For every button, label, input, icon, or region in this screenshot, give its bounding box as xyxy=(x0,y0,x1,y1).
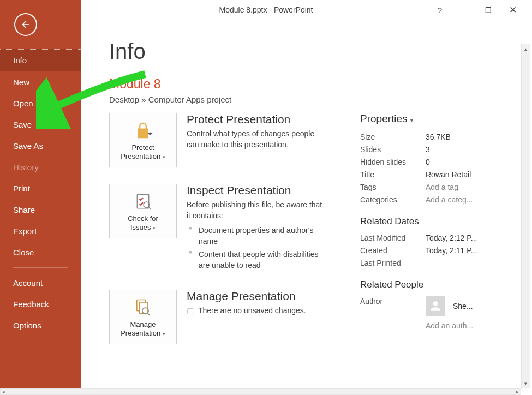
inspect-bullet: Content that people with disabilities ar… xyxy=(187,249,327,271)
svg-rect-0 xyxy=(137,194,148,208)
checklist-icon xyxy=(132,190,154,212)
protect-presentation-button[interactable]: ProtectPresentation ▾ xyxy=(109,113,177,167)
prop-value[interactable]: Add a categ... xyxy=(426,195,473,204)
close-window-button[interactable]: ✕ xyxy=(509,4,517,16)
inspect-section: Check forIssues ▾ Inspect Presentation B… xyxy=(109,184,327,273)
nav-label: Save xyxy=(13,120,32,129)
nav-label: Close xyxy=(13,248,34,257)
prop-label: Last Modified xyxy=(360,234,426,242)
prop-label: Tags xyxy=(360,183,426,191)
nav-label: Export xyxy=(13,226,37,236)
related-dates-heading: Related Dates xyxy=(360,216,486,227)
nav-item-history: History xyxy=(0,157,81,178)
nav-label: Info xyxy=(13,56,27,65)
nav-label: Share xyxy=(13,205,35,214)
inspect-bullets: Document properties and author's name Co… xyxy=(187,225,327,271)
prop-label: Title xyxy=(360,170,426,179)
back-arrow-icon xyxy=(20,19,31,30)
inspect-bullet: Document properties and author's name xyxy=(187,225,327,247)
nav-item-options[interactable]: Options xyxy=(0,315,81,336)
scroll-right-button[interactable]: ▸ xyxy=(516,389,519,394)
scroll-left-button[interactable]: ◂ xyxy=(2,389,5,394)
chevron-down-icon: ▾ xyxy=(163,331,165,337)
prop-row: Size36.7KB xyxy=(360,133,486,141)
author-name: She... xyxy=(453,302,473,310)
nav-item-close[interactable]: Close xyxy=(0,242,81,263)
prop-value[interactable]: Rowan Retail xyxy=(426,170,471,179)
inspect-desc: Before publishing this file, be aware th… xyxy=(187,199,327,222)
nav-item-new[interactable]: New xyxy=(0,71,81,93)
check-for-issues-button[interactable]: Check forIssues ▾ xyxy=(109,184,177,238)
nav-item-print[interactable]: Print xyxy=(0,178,81,199)
prop-row: Last Printed xyxy=(360,259,486,267)
btn-text: Issues xyxy=(130,223,151,231)
author-entry[interactable]: She... xyxy=(426,296,486,316)
nav-divider xyxy=(13,267,68,268)
chevron-down-icon: ▾ xyxy=(410,117,413,123)
btn-text: Protect xyxy=(131,143,154,152)
main-content: Info Module 8 Desktop » Computer Apps pr… xyxy=(81,20,521,388)
nav-item-save-as[interactable]: Save As xyxy=(0,135,81,157)
prop-label: Last Printed xyxy=(360,259,426,267)
prop-row: CreatedToday, 2:11 P... xyxy=(360,246,486,255)
prop-value[interactable]: Add a tag xyxy=(426,183,458,191)
protect-desc: Control what types of changes people can… xyxy=(187,128,327,151)
nav-label: Print xyxy=(13,184,30,193)
nav-item-save[interactable]: Save xyxy=(0,114,81,135)
inspect-heading: Inspect Presentation xyxy=(187,184,327,197)
horizontal-scrollbar[interactable]: ◂ ▸ xyxy=(0,388,521,395)
breadcrumb: Desktop » Computer Apps project xyxy=(109,95,521,104)
manage-presentation-button[interactable]: ManagePresentation ▾ xyxy=(109,290,177,344)
prop-row: CategoriesAdd a categ... xyxy=(360,195,486,204)
nav-item-account[interactable]: Account xyxy=(0,272,81,294)
nav-item-feedback[interactable]: Feedback xyxy=(0,294,81,315)
person-icon xyxy=(428,299,443,313)
nav-list: Info New Open Save Save As History Print… xyxy=(0,49,81,336)
nav-label: Save As xyxy=(13,141,43,151)
nav-item-share[interactable]: Share xyxy=(0,199,81,220)
nav-label: History xyxy=(13,163,39,172)
document-title: Module 8 xyxy=(109,77,521,92)
document-icon: ▢ xyxy=(187,306,194,315)
add-author[interactable]: Add an auth... xyxy=(426,321,486,330)
chevron-down-icon: ▾ xyxy=(163,154,165,160)
prop-row: Last ModifiedToday, 2:12 P... xyxy=(360,234,486,242)
back-button[interactable] xyxy=(14,13,37,36)
nav-label: Options xyxy=(13,321,41,330)
backstage-sidebar: Info New Open Save Save As History Print… xyxy=(0,0,81,395)
prop-label: Size xyxy=(360,133,426,141)
properties-dropdown[interactable]: Properties ▾ xyxy=(360,113,486,125)
prop-row: Slides3 xyxy=(360,145,486,154)
manage-heading: Manage Presentation xyxy=(187,290,306,303)
btn-text: Manage xyxy=(130,320,156,328)
btn-text: Presentation xyxy=(121,152,160,160)
properties-pane: Properties ▾ Size36.7KB Slides3 Hidden s… xyxy=(360,113,486,361)
vertical-scrollbar[interactable]: ▴ ▾ xyxy=(521,44,530,388)
protect-heading: Protect Presentation xyxy=(187,113,327,126)
restore-button[interactable]: ❐ xyxy=(485,6,492,14)
help-button[interactable]: ? xyxy=(438,5,442,15)
scroll-down-button[interactable]: ▾ xyxy=(522,379,530,388)
prop-value: 36.7KB xyxy=(426,133,451,141)
scroll-up-button[interactable]: ▴ xyxy=(522,44,530,53)
manage-icon xyxy=(132,296,154,318)
prop-label: Created xyxy=(360,246,426,255)
prop-label: Categories xyxy=(360,195,426,204)
btn-text: Check for xyxy=(128,214,158,223)
minimize-button[interactable]: — xyxy=(459,5,468,15)
chevron-down-icon: ▾ xyxy=(153,225,156,231)
prop-label: Hidden slides xyxy=(360,158,426,166)
prop-value: 0 xyxy=(426,158,430,166)
protect-section: ProtectPresentation ▾ Protect Presentati… xyxy=(109,113,327,167)
avatar xyxy=(426,296,445,316)
prop-label: Author xyxy=(360,297,426,306)
prop-row: Hidden slides0 xyxy=(360,158,486,166)
btn-text: Presentation xyxy=(121,329,160,337)
nav-item-export[interactable]: Export xyxy=(0,220,81,242)
nav-item-open[interactable]: Open xyxy=(0,93,81,114)
nav-label: Open xyxy=(13,99,33,108)
nav-item-info[interactable]: Info xyxy=(0,49,81,71)
prop-row: TagsAdd a tag xyxy=(360,183,486,191)
title-text: Module 8.pptx - PowerPoint xyxy=(219,5,313,14)
manage-section: ManagePresentation ▾ Manage Presentation… xyxy=(109,290,327,344)
